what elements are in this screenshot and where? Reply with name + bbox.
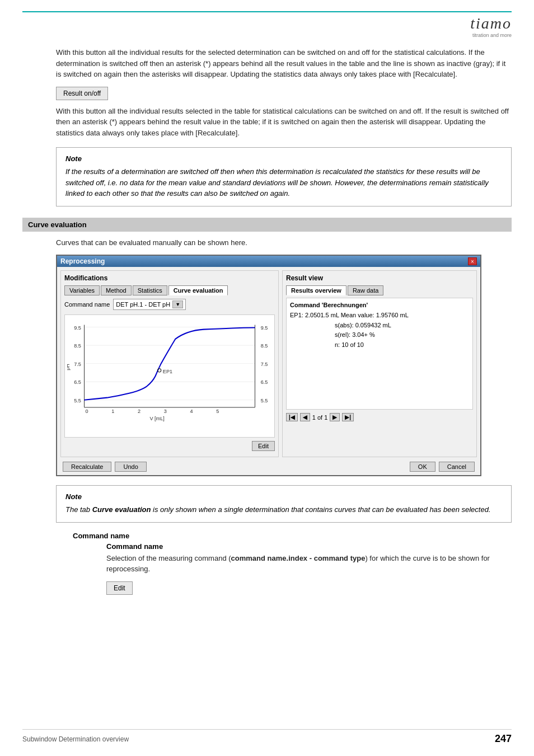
- tab-curve-evaluation[interactable]: Curve evaluation: [168, 285, 228, 295]
- tab-method[interactable]: Method: [101, 285, 132, 295]
- svg-text:1: 1: [111, 408, 114, 414]
- dialog-footer: Recalculate Undo OK Cancel: [60, 462, 477, 472]
- svg-text:0: 0: [86, 408, 88, 414]
- command-select-value: DET pH.1 - DET pH: [116, 301, 170, 308]
- reprocessing-dialog: Reprocessing × Modifications Variables M…: [56, 255, 481, 476]
- tabs-row: Variables Method Statistics Curve evalua…: [64, 285, 275, 295]
- nav-next-button[interactable]: ▶: [330, 413, 340, 421]
- note2-text: The tab Curve evaluation is only shown w…: [65, 504, 502, 515]
- svg-text:6.5: 6.5: [261, 379, 268, 385]
- logo: tiamo titration and more: [470, 15, 512, 38]
- result-line-2: s(abs): 0.059432 mL: [335, 321, 469, 331]
- nav-prev-button[interactable]: ◀: [300, 413, 310, 421]
- chart-area: 9.5 8.5 7.5 6.5 5.5 pH 9.5 8.5 7.5: [64, 314, 275, 438]
- modifications-panel: Modifications Variables Method Statistic…: [60, 270, 279, 457]
- svg-text:7.5: 7.5: [261, 361, 268, 367]
- command-section-subtitle: Command name: [106, 542, 512, 551]
- footer-left-text: Subwindow Determination overview: [22, 735, 129, 743]
- header-bar: tiamo titration and more: [22, 11, 512, 38]
- recalculate-button[interactable]: Recalculate: [63, 462, 111, 472]
- command-section: Command name Command name Selection of t…: [73, 532, 512, 600]
- result-tabs: Results overview Raw data: [286, 285, 473, 295]
- tab-statistics[interactable]: Statistics: [133, 285, 167, 295]
- svg-text:pH: pH: [67, 364, 71, 370]
- section-curve-title: Curve evaluation: [28, 220, 87, 229]
- nav-page-text: 1 of 1: [312, 414, 328, 421]
- svg-text:6.5: 6.5: [74, 379, 81, 385]
- command-name-row: Command name DET pH.1 - DET pH ▼: [64, 299, 275, 310]
- command-name-label: Command name: [64, 301, 110, 308]
- command-sub: Command name Selection of the measuring …: [106, 542, 512, 600]
- command-section-title: Command name: [73, 532, 512, 540]
- command-edit-button[interactable]: Edit: [106, 581, 133, 595]
- result-view-inner: Command 'Berechnungen' EP1: 2.0501.5 mL …: [286, 298, 473, 410]
- command-section-desc: Selection of the measuring command (comm…: [106, 553, 512, 575]
- ok-button[interactable]: OK: [410, 462, 435, 472]
- svg-text:V [mL]: V [mL]: [149, 416, 164, 421]
- command-bold: command name.index - command type: [231, 554, 366, 562]
- note1-text: If the results of a determination are sw…: [65, 166, 502, 199]
- tab-variables[interactable]: Variables: [64, 285, 100, 295]
- dropdown-arrow-icon[interactable]: ▼: [172, 300, 183, 308]
- edit-btn-row: Edit: [64, 441, 275, 451]
- chart-edit-button[interactable]: Edit: [252, 441, 275, 451]
- dialog-titlebar: Reprocessing ×: [57, 256, 480, 267]
- tab-results-overview[interactable]: Results overview: [286, 285, 346, 295]
- svg-text:4: 4: [190, 408, 193, 414]
- footer-left: Recalculate Undo: [63, 462, 147, 472]
- chart-svg: 9.5 8.5 7.5 6.5 5.5 pH 9.5 8.5 7.5: [67, 317, 272, 435]
- result-line-4: n: 10 of 10: [335, 340, 469, 350]
- page-number: 247: [495, 733, 512, 745]
- undo-button[interactable]: Undo: [115, 462, 146, 472]
- para2: With this button all the individual resu…: [56, 106, 512, 139]
- result-command-title: Command 'Berechnungen': [290, 302, 469, 308]
- note-box-2: Note The tab Curve evaluation is only sh…: [56, 485, 512, 523]
- tab-raw-data[interactable]: Raw data: [348, 285, 383, 295]
- command-select[interactable]: DET pH.1 - DET pH ▼: [113, 299, 186, 310]
- nav-first-button[interactable]: |◀: [286, 413, 298, 421]
- dialog-close-button[interactable]: ×: [468, 257, 477, 265]
- note2-bold: Curve evaluation: [92, 505, 151, 514]
- svg-text:8.5: 8.5: [74, 343, 81, 349]
- page-footer: Subwindow Determination overview 247: [22, 729, 512, 745]
- svg-text:5: 5: [216, 408, 219, 414]
- svg-text:EP1: EP1: [163, 369, 172, 374]
- dialog-columns: Modifications Variables Method Statistic…: [60, 270, 477, 457]
- svg-text:9.5: 9.5: [261, 325, 268, 331]
- result-line-3: s(rel): 3.04+ %: [335, 330, 469, 340]
- result-line-1: EP1: 2.0501.5 mL Mean value: 1.95760 mL: [290, 311, 469, 321]
- svg-text:5.5: 5.5: [74, 398, 81, 403]
- svg-text:8.5: 8.5: [261, 343, 268, 349]
- cancel-button[interactable]: Cancel: [439, 462, 475, 472]
- note1-title: Note: [65, 154, 502, 163]
- section-curve-header: Curve evaluation: [22, 218, 512, 232]
- footer-right: OK Cancel: [410, 462, 475, 472]
- content-area: With this button all the individual resu…: [56, 47, 512, 206]
- logo-sub: titration and more: [470, 32, 512, 38]
- result-onoff-button[interactable]: Result on/off: [56, 87, 108, 100]
- dialog-body: Modifications Variables Method Statistic…: [57, 267, 480, 475]
- note2-title: Note: [65, 492, 502, 501]
- svg-text:5.5: 5.5: [261, 398, 268, 403]
- svg-text:7.5: 7.5: [74, 361, 81, 367]
- modifications-title: Modifications: [64, 274, 275, 282]
- curve-content: Curves that can be evaluated manually ca…: [56, 237, 512, 600]
- result-view-panel: Result view Results overview Raw data Co…: [282, 270, 477, 457]
- svg-text:2: 2: [138, 408, 140, 414]
- nav-last-button[interactable]: ▶|: [342, 413, 354, 421]
- dialog-title: Reprocessing: [60, 257, 105, 265]
- result-view-title: Result view: [286, 274, 473, 282]
- curve-description: Curves that can be evaluated manually ca…: [56, 237, 512, 248]
- svg-text:3: 3: [164, 408, 167, 414]
- note-box-1: Note If the results of a determination a…: [56, 147, 512, 206]
- svg-text:9.5: 9.5: [74, 325, 81, 331]
- nav-controls: |◀ ◀ 1 of 1 ▶ ▶|: [286, 413, 473, 421]
- intro-paragraph: With this button all the individual resu…: [56, 47, 512, 80]
- logo-text: tiamo: [470, 15, 512, 32]
